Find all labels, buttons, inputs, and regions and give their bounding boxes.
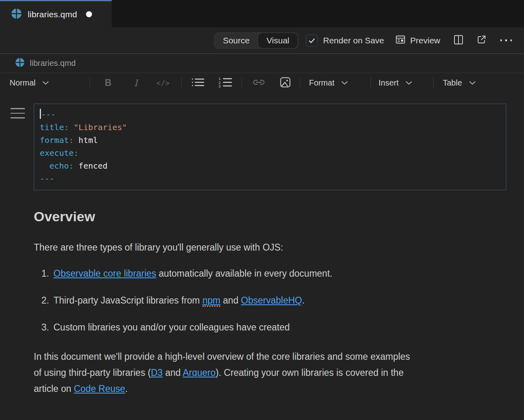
code-line[interactable]: title: "Libraries" — [40, 121, 500, 134]
breadcrumb: libraries.qmd — [0, 54, 524, 73]
modified-indicator[interactable] — [86, 11, 92, 17]
code-token: : — [64, 122, 69, 132]
text-cursor — [40, 109, 41, 119]
list-item: 2.Third-party JavaScript libraries from … — [34, 295, 506, 306]
source-mode-button[interactable]: Source — [215, 33, 258, 49]
open-external-icon — [477, 35, 487, 46]
toolbar-divider — [181, 77, 182, 89]
code-token: html — [74, 135, 98, 145]
svg-text:1: 1 — [219, 77, 221, 81]
breadcrumb-item-file[interactable]: libraries.qmd — [15, 58, 76, 69]
numbered-list-button[interactable]: 1 2 3 — [218, 77, 233, 90]
code-line[interactable]: --- — [40, 108, 500, 121]
link[interactable]: npm — [203, 295, 221, 307]
source-visual-toggle: Source Visual — [214, 33, 298, 49]
text-run: of using third-party libraries ( — [34, 367, 151, 378]
closing-paragraph: In this document we'll provide a high-le… — [34, 349, 496, 397]
text-run: . — [302, 295, 305, 306]
code-token: : — [69, 135, 74, 145]
text-run: and — [163, 367, 183, 378]
toolbar-divider — [90, 77, 90, 89]
table-label: Table — [443, 78, 462, 88]
breadcrumb-label: libraries.qmd — [30, 59, 76, 68]
link[interactable]: Observable core libraries — [53, 268, 156, 279]
code-token: fenced — [74, 161, 107, 171]
overview-heading: Overview — [34, 209, 506, 224]
preview-button[interactable]: Preview — [395, 34, 440, 47]
link[interactable]: D3 — [151, 367, 162, 378]
split-editor-button[interactable] — [453, 34, 464, 47]
tab-title: libraries.qmd — [28, 10, 77, 19]
preview-label: Preview — [410, 36, 440, 45]
chevron-down-icon — [469, 81, 476, 85]
paragraph-line: In this document we'll provide a high-le… — [34, 349, 496, 365]
image-button[interactable] — [279, 76, 291, 90]
table-dropdown[interactable]: Table — [443, 78, 487, 88]
library-types-list: 1.Observable core libraries automaticall… — [34, 268, 506, 333]
code-line[interactable]: --- — [40, 172, 500, 185]
visual-mode-button[interactable]: Visual — [258, 33, 298, 49]
code-token: title — [40, 122, 64, 132]
toolbar-divider — [370, 77, 371, 89]
paragraph-style-dropdown[interactable]: Normal — [10, 78, 74, 88]
italic-button[interactable]: I — [128, 78, 144, 88]
code-token: "Libraries" — [74, 122, 127, 132]
yaml-front-matter-block[interactable]: ---title: "Libraries"format: htmlexecute… — [34, 104, 506, 190]
text-run: Third-party JavaScript libraries from — [53, 295, 203, 306]
link-button[interactable] — [252, 77, 266, 89]
code-token: execute — [40, 148, 74, 158]
editor-header: Source Visual Render on Save Preview — [0, 27, 524, 54]
text-run: article on — [34, 383, 74, 394]
quarto-icon — [15, 58, 25, 69]
inline-code-button[interactable]: </> — [154, 79, 172, 87]
paragraph-style-label: Normal — [10, 78, 35, 88]
tab-libraries-qmd[interactable]: libraries.qmd — [0, 0, 112, 27]
text-run: ). Creating your own libraries is covere… — [216, 367, 404, 378]
list-item-text: Third-party JavaScript libraries from np… — [53, 295, 305, 306]
tab-bar-empty — [112, 0, 524, 27]
intro-paragraph: There are three types of library you'll … — [34, 241, 506, 253]
list-item-text: Observable core libraries automatically … — [53, 268, 332, 279]
preview-icon — [395, 34, 406, 47]
render-on-save-control[interactable]: Render on Save — [306, 35, 384, 47]
chevron-down-icon — [42, 81, 49, 85]
text-run: There are three types of library you'll … — [34, 242, 283, 253]
paragraph-line: article on Code Reuse. — [34, 381, 496, 397]
bulleted-list-button[interactable] — [191, 77, 205, 89]
code-token: : — [69, 161, 74, 171]
quarto-icon — [11, 8, 22, 20]
text-run: and — [220, 295, 241, 306]
render-on-save-label: Render on Save — [323, 36, 384, 45]
toolbar-divider — [433, 77, 434, 89]
code-token: --- — [40, 174, 54, 183]
list-item-text: Custom libraries you and/or your colleag… — [53, 322, 290, 333]
split-editor-icon — [453, 34, 464, 47]
link[interactable]: ObservableHQ — [241, 295, 302, 306]
code-token: --- — [41, 110, 56, 119]
list-marker: 1. — [41, 268, 53, 279]
bold-button[interactable]: B — [100, 77, 116, 88]
link[interactable]: Code Reuse — [74, 383, 125, 394]
render-on-save-checkbox[interactable] — [306, 35, 318, 47]
toolbar-divider — [242, 77, 242, 89]
insert-dropdown[interactable]: Insert — [379, 78, 423, 88]
more-actions-button[interactable] — [500, 39, 512, 41]
open-external-button[interactable] — [477, 35, 487, 46]
tab-bar: libraries.qmd — [0, 0, 524, 27]
editor-window: libraries.qmd Source Visual Render on Sa… — [0, 0, 524, 420]
svg-text:3: 3 — [219, 84, 221, 88]
link-icon — [252, 77, 266, 89]
link[interactable]: Arquero — [183, 367, 216, 378]
code-line[interactable]: format: html — [40, 134, 500, 147]
block-menu-icon[interactable] — [10, 108, 25, 118]
numbered-list-icon: 1 2 3 — [218, 77, 233, 90]
bulleted-list-icon — [191, 77, 205, 89]
ellipsis-icon — [500, 39, 512, 41]
code-line[interactable]: execute: — [40, 147, 500, 159]
insert-label: Insert — [379, 78, 399, 88]
code-token — [69, 122, 74, 132]
list-marker: 2. — [41, 295, 53, 306]
code-line[interactable]: echo: fenced — [40, 159, 500, 172]
toolbar-divider — [300, 77, 300, 89]
format-dropdown[interactable]: Format — [309, 78, 359, 88]
